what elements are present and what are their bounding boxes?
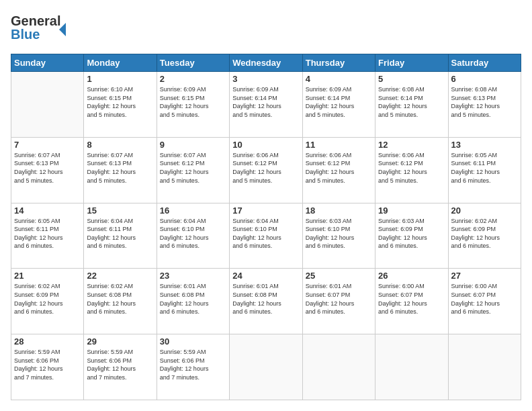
col-header-monday: Monday	[84, 54, 157, 72]
svg-text:General: General	[11, 13, 60, 28]
col-header-wednesday: Wednesday	[230, 54, 302, 72]
calendar-cell: 7Sunrise: 6:07 AM Sunset: 6:13 PM Daylig…	[11, 137, 84, 203]
calendar-cell: 23Sunrise: 6:01 AM Sunset: 6:08 PM Dayli…	[157, 269, 229, 334]
calendar-cell: 16Sunrise: 6:04 AM Sunset: 6:10 PM Dayli…	[157, 203, 229, 269]
calendar-cell: 28Sunrise: 5:59 AM Sunset: 6:06 PM Dayli…	[11, 334, 84, 400]
day-number: 2	[160, 74, 226, 84]
day-number: 29	[87, 336, 153, 347]
week-row-4: 28Sunrise: 5:59 AM Sunset: 6:06 PM Dayli…	[11, 334, 521, 400]
week-row-0: 1Sunrise: 6:10 AM Sunset: 6:15 PM Daylig…	[11, 72, 521, 138]
day-info: Sunrise: 6:09 AM Sunset: 6:14 PM Dayligh…	[306, 85, 372, 119]
logo: General Blue	[11, 11, 71, 47]
day-info: Sunrise: 6:02 AM Sunset: 6:08 PM Dayligh…	[87, 282, 153, 316]
calendar-cell: 21Sunrise: 6:02 AM Sunset: 6:09 PM Dayli…	[11, 269, 84, 334]
calendar-cell: 1Sunrise: 6:10 AM Sunset: 6:15 PM Daylig…	[84, 72, 157, 138]
day-info: Sunrise: 6:04 AM Sunset: 6:10 PM Dayligh…	[160, 217, 226, 250]
day-info: Sunrise: 6:10 AM Sunset: 6:15 PM Dayligh…	[87, 85, 153, 119]
day-info: Sunrise: 6:03 AM Sunset: 6:10 PM Dayligh…	[306, 217, 372, 250]
day-number: 15	[87, 205, 153, 216]
day-info: Sunrise: 6:07 AM Sunset: 6:13 PM Dayligh…	[87, 151, 153, 185]
calendar-cell: 30Sunrise: 5:59 AM Sunset: 6:06 PM Dayli…	[157, 334, 229, 400]
day-info: Sunrise: 6:09 AM Sunset: 6:15 PM Dayligh…	[160, 85, 226, 119]
day-number: 16	[160, 205, 226, 216]
calendar-cell: 22Sunrise: 6:02 AM Sunset: 6:08 PM Dayli…	[84, 269, 157, 334]
calendar-cell: 18Sunrise: 6:03 AM Sunset: 6:10 PM Dayli…	[302, 203, 375, 269]
day-info: Sunrise: 6:01 AM Sunset: 6:07 PM Dayligh…	[306, 282, 372, 316]
day-info: Sunrise: 6:07 AM Sunset: 6:12 PM Dayligh…	[160, 151, 226, 185]
calendar-cell: 27Sunrise: 6:00 AM Sunset: 6:07 PM Dayli…	[448, 269, 521, 334]
day-number: 14	[14, 205, 81, 216]
calendar-cell	[375, 334, 448, 400]
calendar-cell: 12Sunrise: 6:06 AM Sunset: 6:12 PM Dayli…	[375, 137, 448, 203]
day-info: Sunrise: 6:08 AM Sunset: 6:13 PM Dayligh…	[451, 85, 518, 119]
calendar-cell: 4Sunrise: 6:09 AM Sunset: 6:14 PM Daylig…	[302, 72, 375, 138]
calendar-cell: 15Sunrise: 6:04 AM Sunset: 6:11 PM Dayli…	[84, 203, 157, 269]
day-info: Sunrise: 6:00 AM Sunset: 6:07 PM Dayligh…	[378, 282, 445, 316]
day-number: 6	[451, 74, 518, 84]
svg-text:Blue: Blue	[11, 27, 40, 42]
day-number: 8	[87, 140, 153, 150]
day-info: Sunrise: 6:07 AM Sunset: 6:13 PM Dayligh…	[14, 151, 81, 185]
day-info: Sunrise: 5:59 AM Sunset: 6:06 PM Dayligh…	[14, 348, 81, 381]
calendar-cell: 17Sunrise: 6:04 AM Sunset: 6:10 PM Dayli…	[230, 203, 302, 269]
calendar-cell: 14Sunrise: 6:05 AM Sunset: 6:11 PM Dayli…	[11, 203, 84, 269]
calendar-cell: 24Sunrise: 6:01 AM Sunset: 6:08 PM Dayli…	[230, 269, 302, 334]
day-number: 9	[160, 140, 226, 150]
day-number: 22	[87, 271, 153, 281]
calendar-cell: 11Sunrise: 6:06 AM Sunset: 6:12 PM Dayli…	[302, 137, 375, 203]
calendar-header-row: SundayMondayTuesdayWednesdayThursdayFrid…	[11, 54, 521, 72]
day-info: Sunrise: 6:02 AM Sunset: 6:09 PM Dayligh…	[14, 282, 81, 316]
day-info: Sunrise: 6:06 AM Sunset: 6:12 PM Dayligh…	[232, 151, 299, 185]
calendar-cell: 26Sunrise: 6:00 AM Sunset: 6:07 PM Dayli…	[375, 269, 448, 334]
calendar-cell: 6Sunrise: 6:08 AM Sunset: 6:13 PM Daylig…	[448, 72, 521, 138]
calendar-cell	[448, 334, 521, 400]
col-header-friday: Friday	[375, 54, 448, 72]
calendar-cell: 20Sunrise: 6:02 AM Sunset: 6:09 PM Dayli…	[448, 203, 521, 269]
day-info: Sunrise: 6:04 AM Sunset: 6:11 PM Dayligh…	[87, 217, 153, 250]
day-info: Sunrise: 6:04 AM Sunset: 6:10 PM Dayligh…	[232, 217, 299, 250]
day-info: Sunrise: 6:09 AM Sunset: 6:14 PM Dayligh…	[232, 85, 299, 119]
calendar-cell: 8Sunrise: 6:07 AM Sunset: 6:13 PM Daylig…	[84, 137, 157, 203]
day-info: Sunrise: 5:59 AM Sunset: 6:06 PM Dayligh…	[87, 348, 153, 381]
day-number: 28	[14, 336, 81, 347]
calendar-cell: 25Sunrise: 6:01 AM Sunset: 6:07 PM Dayli…	[302, 269, 375, 334]
calendar-cell	[302, 334, 375, 400]
day-info: Sunrise: 5:59 AM Sunset: 6:06 PM Dayligh…	[160, 348, 226, 381]
day-info: Sunrise: 6:03 AM Sunset: 6:09 PM Dayligh…	[378, 217, 445, 250]
col-header-saturday: Saturday	[448, 54, 521, 72]
day-number: 17	[232, 205, 299, 216]
calendar-cell: 2Sunrise: 6:09 AM Sunset: 6:15 PM Daylig…	[157, 72, 229, 138]
col-header-thursday: Thursday	[302, 54, 375, 72]
logo-icon: General Blue	[11, 11, 71, 44]
day-number: 20	[451, 205, 518, 216]
col-header-sunday: Sunday	[11, 54, 84, 72]
day-number: 18	[306, 205, 372, 216]
day-number: 3	[232, 74, 299, 84]
calendar-cell: 29Sunrise: 5:59 AM Sunset: 6:06 PM Dayli…	[84, 334, 157, 400]
week-row-2: 14Sunrise: 6:05 AM Sunset: 6:11 PM Dayli…	[11, 203, 521, 269]
day-info: Sunrise: 6:00 AM Sunset: 6:07 PM Dayligh…	[451, 282, 518, 316]
day-info: Sunrise: 6:08 AM Sunset: 6:14 PM Dayligh…	[378, 85, 445, 119]
day-number: 7	[14, 140, 81, 150]
day-info: Sunrise: 6:01 AM Sunset: 6:08 PM Dayligh…	[160, 282, 226, 316]
calendar-cell: 3Sunrise: 6:09 AM Sunset: 6:14 PM Daylig…	[230, 72, 302, 138]
day-info: Sunrise: 6:05 AM Sunset: 6:11 PM Dayligh…	[14, 217, 81, 250]
calendar-cell: 10Sunrise: 6:06 AM Sunset: 6:12 PM Dayli…	[230, 137, 302, 203]
day-number: 11	[306, 140, 372, 150]
calendar-cell: 9Sunrise: 6:07 AM Sunset: 6:12 PM Daylig…	[157, 137, 229, 203]
calendar-cell	[11, 72, 84, 138]
day-number: 25	[306, 271, 372, 281]
day-info: Sunrise: 6:01 AM Sunset: 6:08 PM Dayligh…	[232, 282, 299, 316]
calendar-cell: 13Sunrise: 6:05 AM Sunset: 6:11 PM Dayli…	[448, 137, 521, 203]
day-number: 27	[451, 271, 518, 281]
col-header-tuesday: Tuesday	[157, 54, 229, 72]
day-number: 21	[14, 271, 81, 281]
calendar-table: SundayMondayTuesdayWednesdayThursdayFrid…	[11, 54, 521, 400]
day-number: 1	[87, 74, 153, 84]
day-number: 13	[451, 140, 518, 150]
day-info: Sunrise: 6:05 AM Sunset: 6:11 PM Dayligh…	[451, 151, 518, 185]
page-header: General Blue	[11, 11, 521, 47]
day-number: 23	[160, 271, 226, 281]
week-row-1: 7Sunrise: 6:07 AM Sunset: 6:13 PM Daylig…	[11, 137, 521, 203]
calendar-cell: 19Sunrise: 6:03 AM Sunset: 6:09 PM Dayli…	[375, 203, 448, 269]
